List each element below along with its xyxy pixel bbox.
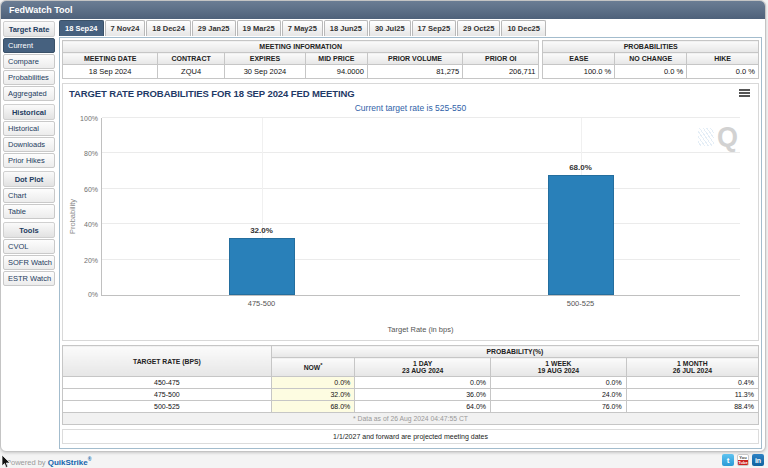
powered-by: Powered by QuikStrike® — [6, 456, 91, 467]
plot-area: 0% 20% 40% 60% 80% 100% Q 32.0% 475-500 — [101, 118, 740, 296]
probability-chart: TARGET RATE PROBABILITIES FOR 18 SEP 202… — [62, 83, 759, 341]
tab-18-dec24[interactable]: 18 Dec24 — [146, 20, 191, 36]
now-500-525: 68.0% — [271, 401, 355, 413]
tab-18-sep24[interactable]: 18 Sep24 — [59, 20, 104, 36]
col-1-day: 1 DAY23 AUG 2024 — [355, 358, 491, 377]
col-now: NOW* — [271, 358, 355, 377]
col-target-rate-bps: TARGET RATE (BPS) — [63, 346, 272, 377]
sidebar-header-dot-plot: Dot Plot — [3, 171, 55, 187]
sidebar-item-chart[interactable]: Chart — [3, 188, 55, 203]
range-450-475: 450-475 — [63, 377, 272, 389]
probability-group-header: PROBABILITY(%) — [271, 346, 758, 358]
x-axis-title: Target Rate (in bps) — [101, 325, 740, 334]
content-panel: MEETING INFORMATION MEETING DATE CONTRAC… — [59, 37, 762, 449]
meeting-tabs: 18 Sep24 7 Nov24 18 Dec24 29 Jan25 19 Ma… — [59, 20, 762, 36]
linkedin-icon[interactable]: in — [752, 454, 764, 466]
probabilities-title: PROBABILITIES — [543, 41, 759, 53]
y-tick-20: 20% — [84, 257, 98, 264]
col-prior-volume: PRIOR VOLUME — [367, 53, 462, 65]
tab-18-jun25[interactable]: 18 Jun25 — [324, 20, 368, 36]
tab-29-oct25[interactable]: 29 Oct25 — [457, 20, 500, 36]
y-tick-0: 0% — [88, 291, 98, 298]
col-hike: HIKE — [687, 53, 759, 65]
table-row: 450-475 0.0% 0.0% 0.0% 0.4% — [63, 377, 759, 389]
chart-menu-icon[interactable] — [739, 89, 750, 98]
meeting-information-table: MEETING INFORMATION MEETING DATE CONTRAC… — [62, 40, 539, 79]
sidebar-item-probabilities[interactable]: Probabilities — [3, 70, 55, 85]
ease-value: 100.0 % — [543, 65, 615, 79]
prior-volume-value: 81,275 — [367, 65, 462, 79]
sidebar-item-sofr-watch[interactable]: SOFR Watch — [3, 255, 55, 270]
table-row: 500-525 68.0% 64.0% 76.0% 88.4% — [63, 401, 759, 413]
mouse-cursor — [1, 455, 11, 468]
sidebar-item-historical[interactable]: Historical — [3, 121, 55, 136]
bar-500-525[interactable] — [548, 175, 614, 295]
sidebar-item-current[interactable]: Current — [3, 38, 55, 53]
y-tick-100: 100% — [80, 115, 98, 122]
tab-17-sep25[interactable]: 17 Sep25 — [412, 20, 457, 36]
now-475-500: 32.0% — [271, 389, 355, 401]
col-mid-price: MID PRICE — [305, 53, 367, 65]
twitter-icon[interactable]: t — [722, 454, 734, 466]
sidebar-item-estr-watch[interactable]: ESTR Watch — [3, 271, 55, 286]
day-500-525: 64.0% — [355, 401, 491, 413]
y-tick-80: 80% — [84, 150, 98, 157]
week-475-500: 24.0% — [491, 389, 627, 401]
bar-475-500[interactable] — [229, 238, 295, 295]
sidebar-item-aggregated[interactable]: Aggregated — [3, 86, 55, 101]
sidebar-item-prior-hikes[interactable]: Prior Hikes — [3, 153, 55, 168]
range-475-500: 475-500 — [63, 389, 272, 401]
quikstrike-link[interactable]: QuikStrike® — [48, 458, 92, 467]
bar-slot-500-525: 68.0% 500-525 — [548, 118, 614, 295]
day-475-500: 36.0% — [355, 389, 491, 401]
tab-30-jul25[interactable]: 30 Jul25 — [369, 20, 411, 36]
no-change-value: 0.0 % — [615, 65, 687, 79]
sidebar-header-tools: Tools — [3, 222, 55, 238]
data-as-of-note: * Data as of 26 Aug 2024 04:47:55 CT — [63, 413, 759, 425]
bar-slot-475-500: 32.0% 475-500 — [229, 118, 295, 295]
bar-value-475-500: 32.0% — [229, 226, 295, 235]
bar-value-500-525: 68.0% — [548, 163, 614, 172]
month-475-500: 11.3% — [626, 389, 758, 401]
hike-value: 0.0 % — [687, 65, 759, 79]
tab-10-dec25[interactable]: 10 Dec25 — [501, 20, 546, 36]
x-category-500-525: 500-525 — [548, 299, 614, 308]
title-bar: FedWatch Tool — [1, 1, 765, 19]
col-contract: CONTRACT — [158, 53, 225, 65]
range-500-525: 500-525 — [63, 401, 272, 413]
sidebar: Target Rate Current Compare Probabilitie… — [1, 19, 57, 449]
x-category-475-500: 475-500 — [229, 299, 295, 308]
week-500-525: 76.0% — [491, 401, 627, 413]
app-window: FedWatch Tool Target Rate Current Compar… — [0, 0, 766, 452]
now-450-475: 0.0% — [271, 377, 355, 389]
tab-19-mar25[interactable]: 19 Mar25 — [237, 20, 281, 36]
day-450-475: 0.0% — [355, 377, 491, 389]
probabilities-summary-table: PROBABILITIES EASE NO CHANGE HIKE 100.0 … — [542, 40, 759, 79]
sidebar-header-historical: Historical — [3, 104, 55, 120]
tab-7-nov24[interactable]: 7 Nov24 — [105, 20, 146, 36]
sidebar-header-target-rate: Target Rate — [3, 21, 55, 37]
now-asterisk: * — [320, 362, 322, 368]
tab-7-may25[interactable]: 7 May25 — [282, 20, 323, 36]
col-prior-oi: PRIOR OI — [463, 53, 539, 65]
y-axis-title: Probability — [68, 199, 77, 234]
col-1-week: 1 WEEK19 AUG 2024 — [491, 358, 627, 377]
tab-29-jan25[interactable]: 29 Jan25 — [192, 20, 236, 36]
y-tick-60: 60% — [84, 186, 98, 193]
month-450-475: 0.4% — [626, 377, 758, 389]
chart-title: TARGET RATE PROBABILITIES FOR 18 SEP 202… — [69, 88, 355, 99]
meeting-information-title: MEETING INFORMATION — [63, 41, 539, 53]
youtube-icon[interactable]: YouTube — [737, 454, 749, 466]
sidebar-item-cvol[interactable]: CVOL — [3, 239, 55, 254]
sidebar-item-compare[interactable]: Compare — [3, 54, 55, 69]
prior-oi-value: 206,711 — [463, 65, 539, 79]
projected-dates-note: 1/1/2027 and forward are projected meeti… — [62, 429, 759, 444]
sidebar-item-table[interactable]: Table — [3, 204, 55, 219]
mid-price-value: 94.0000 — [305, 65, 367, 79]
main-area: 18 Sep24 7 Nov24 18 Dec24 29 Jan25 19 Ma… — [57, 19, 765, 449]
col-1-month: 1 MONTH26 JUL 2024 — [626, 358, 758, 377]
y-tick-40: 40% — [84, 221, 98, 228]
col-meeting-date: MEETING DATE — [63, 53, 158, 65]
col-expires: EXPIRES — [224, 53, 305, 65]
sidebar-item-downloads[interactable]: Downloads — [3, 137, 55, 152]
